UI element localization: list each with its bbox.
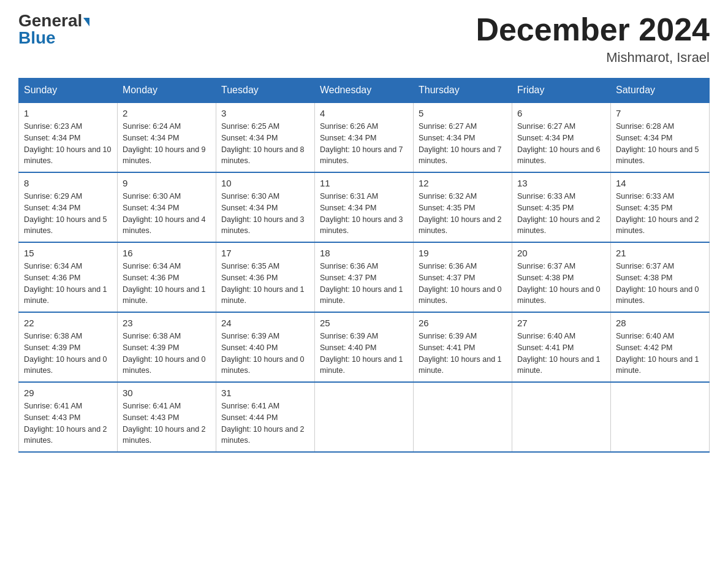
calendar-day-cell: 22Sunrise: 6:38 AMSunset: 4:39 PMDayligh… bbox=[19, 312, 118, 382]
day-info: Sunrise: 6:34 AMSunset: 4:36 PMDaylight:… bbox=[123, 261, 211, 307]
day-info: Sunrise: 6:39 AMSunset: 4:40 PMDaylight:… bbox=[320, 331, 408, 377]
calendar-day-cell: 17Sunrise: 6:35 AMSunset: 4:36 PMDayligh… bbox=[216, 242, 315, 312]
day-info: Sunrise: 6:36 AMSunset: 4:37 PMDaylight:… bbox=[419, 261, 507, 307]
day-number: 30 bbox=[123, 388, 211, 398]
logo-line2: Blue bbox=[18, 29, 56, 47]
calendar-week-row-5: 29Sunrise: 6:41 AMSunset: 4:43 PMDayligh… bbox=[19, 382, 710, 452]
day-info: Sunrise: 6:37 AMSunset: 4:38 PMDaylight:… bbox=[616, 261, 704, 307]
logo-line1: General bbox=[18, 12, 89, 29]
day-number: 6 bbox=[517, 108, 605, 118]
calendar-day-cell: 11Sunrise: 6:31 AMSunset: 4:34 PMDayligh… bbox=[315, 172, 414, 242]
day-number: 25 bbox=[320, 318, 408, 328]
day-info: Sunrise: 6:27 AMSunset: 4:34 PMDaylight:… bbox=[419, 121, 507, 167]
day-info: Sunrise: 6:41 AMSunset: 4:43 PMDaylight:… bbox=[24, 400, 112, 446]
title-area: December 2024 Mishmarot, Israel bbox=[476, 12, 710, 66]
day-number: 17 bbox=[221, 248, 309, 258]
calendar-week-row-1: 1Sunrise: 6:23 AMSunset: 4:34 PMDaylight… bbox=[19, 102, 710, 172]
logo: General Blue bbox=[18, 12, 89, 47]
day-number: 16 bbox=[123, 248, 211, 258]
day-number: 19 bbox=[419, 248, 507, 258]
calendar-day-cell: 13Sunrise: 6:33 AMSunset: 4:35 PMDayligh… bbox=[512, 172, 611, 242]
day-number: 21 bbox=[616, 248, 704, 258]
calendar-day-cell: 12Sunrise: 6:32 AMSunset: 4:35 PMDayligh… bbox=[414, 172, 512, 242]
calendar-day-cell: 16Sunrise: 6:34 AMSunset: 4:36 PMDayligh… bbox=[118, 242, 216, 312]
col-thursday: Thursday bbox=[414, 79, 512, 103]
page-header: General Blue December 2024 Mishmarot, Is… bbox=[18, 12, 710, 66]
day-number: 15 bbox=[24, 248, 112, 258]
calendar-day-cell bbox=[512, 382, 611, 452]
day-info: Sunrise: 6:39 AMSunset: 4:40 PMDaylight:… bbox=[221, 331, 309, 377]
calendar-table: Sunday Monday Tuesday Wednesday Thursday… bbox=[18, 78, 710, 453]
day-number: 13 bbox=[517, 178, 605, 188]
calendar-day-cell: 27Sunrise: 6:40 AMSunset: 4:41 PMDayligh… bbox=[512, 312, 611, 382]
day-info: Sunrise: 6:26 AMSunset: 4:34 PMDaylight:… bbox=[320, 121, 408, 167]
calendar-day-cell: 15Sunrise: 6:34 AMSunset: 4:36 PMDayligh… bbox=[19, 242, 118, 312]
day-number: 9 bbox=[123, 178, 211, 188]
calendar-day-cell: 24Sunrise: 6:39 AMSunset: 4:40 PMDayligh… bbox=[216, 312, 315, 382]
calendar-week-row-4: 22Sunrise: 6:38 AMSunset: 4:39 PMDayligh… bbox=[19, 312, 710, 382]
day-number: 20 bbox=[517, 248, 605, 258]
calendar-day-cell: 25Sunrise: 6:39 AMSunset: 4:40 PMDayligh… bbox=[315, 312, 414, 382]
day-info: Sunrise: 6:30 AMSunset: 4:34 PMDaylight:… bbox=[221, 191, 309, 237]
day-number: 14 bbox=[616, 178, 704, 188]
calendar-day-cell: 26Sunrise: 6:39 AMSunset: 4:41 PMDayligh… bbox=[414, 312, 512, 382]
day-info: Sunrise: 6:27 AMSunset: 4:34 PMDaylight:… bbox=[517, 121, 605, 167]
calendar-day-cell: 3Sunrise: 6:25 AMSunset: 4:34 PMDaylight… bbox=[216, 102, 315, 172]
calendar-week-row-3: 15Sunrise: 6:34 AMSunset: 4:36 PMDayligh… bbox=[19, 242, 710, 312]
col-tuesday: Tuesday bbox=[216, 79, 315, 103]
day-info: Sunrise: 6:38 AMSunset: 4:39 PMDaylight:… bbox=[123, 331, 211, 377]
day-info: Sunrise: 6:33 AMSunset: 4:35 PMDaylight:… bbox=[616, 191, 704, 237]
day-info: Sunrise: 6:38 AMSunset: 4:39 PMDaylight:… bbox=[24, 331, 112, 377]
calendar-day-cell: 18Sunrise: 6:36 AMSunset: 4:37 PMDayligh… bbox=[315, 242, 414, 312]
logo-triangle-icon bbox=[83, 18, 89, 26]
day-number: 22 bbox=[24, 318, 112, 328]
day-number: 26 bbox=[419, 318, 507, 328]
month-title: December 2024 bbox=[476, 12, 710, 47]
day-number: 1 bbox=[24, 108, 112, 118]
calendar-day-cell: 20Sunrise: 6:37 AMSunset: 4:38 PMDayligh… bbox=[512, 242, 611, 312]
day-info: Sunrise: 6:32 AMSunset: 4:35 PMDaylight:… bbox=[419, 191, 507, 237]
col-saturday: Saturday bbox=[611, 79, 710, 103]
day-number: 28 bbox=[616, 318, 704, 328]
day-number: 12 bbox=[419, 178, 507, 188]
calendar-day-cell: 8Sunrise: 6:29 AMSunset: 4:34 PMDaylight… bbox=[19, 172, 118, 242]
day-info: Sunrise: 6:29 AMSunset: 4:34 PMDaylight:… bbox=[24, 191, 112, 237]
day-info: Sunrise: 6:33 AMSunset: 4:35 PMDaylight:… bbox=[517, 191, 605, 237]
col-friday: Friday bbox=[512, 79, 611, 103]
day-number: 27 bbox=[517, 318, 605, 328]
day-number: 18 bbox=[320, 248, 408, 258]
calendar-header-row: Sunday Monday Tuesday Wednesday Thursday… bbox=[19, 79, 710, 103]
day-info: Sunrise: 6:23 AMSunset: 4:34 PMDaylight:… bbox=[24, 121, 112, 167]
day-number: 29 bbox=[24, 388, 112, 398]
col-sunday: Sunday bbox=[19, 79, 118, 103]
calendar-day-cell: 14Sunrise: 6:33 AMSunset: 4:35 PMDayligh… bbox=[611, 172, 710, 242]
day-number: 11 bbox=[320, 178, 408, 188]
calendar-day-cell: 23Sunrise: 6:38 AMSunset: 4:39 PMDayligh… bbox=[118, 312, 216, 382]
calendar-day-cell: 30Sunrise: 6:41 AMSunset: 4:43 PMDayligh… bbox=[118, 382, 216, 452]
day-info: Sunrise: 6:31 AMSunset: 4:34 PMDaylight:… bbox=[320, 191, 408, 237]
day-info: Sunrise: 6:28 AMSunset: 4:34 PMDaylight:… bbox=[616, 121, 704, 167]
day-info: Sunrise: 6:35 AMSunset: 4:36 PMDaylight:… bbox=[221, 261, 309, 307]
calendar-day-cell: 19Sunrise: 6:36 AMSunset: 4:37 PMDayligh… bbox=[414, 242, 512, 312]
day-info: Sunrise: 6:36 AMSunset: 4:37 PMDaylight:… bbox=[320, 261, 408, 307]
day-info: Sunrise: 6:40 AMSunset: 4:41 PMDaylight:… bbox=[517, 331, 605, 377]
day-number: 8 bbox=[24, 178, 112, 188]
day-number: 31 bbox=[221, 388, 309, 398]
calendar-day-cell: 9Sunrise: 6:30 AMSunset: 4:34 PMDaylight… bbox=[118, 172, 216, 242]
day-number: 23 bbox=[123, 318, 211, 328]
day-number: 3 bbox=[221, 108, 309, 118]
day-info: Sunrise: 6:41 AMSunset: 4:44 PMDaylight:… bbox=[221, 400, 309, 446]
day-info: Sunrise: 6:37 AMSunset: 4:38 PMDaylight:… bbox=[517, 261, 605, 307]
day-number: 4 bbox=[320, 108, 408, 118]
day-number: 10 bbox=[221, 178, 309, 188]
day-number: 24 bbox=[221, 318, 309, 328]
day-info: Sunrise: 6:30 AMSunset: 4:34 PMDaylight:… bbox=[123, 191, 211, 237]
day-info: Sunrise: 6:41 AMSunset: 4:43 PMDaylight:… bbox=[123, 400, 211, 446]
calendar-day-cell: 1Sunrise: 6:23 AMSunset: 4:34 PMDaylight… bbox=[19, 102, 118, 172]
calendar-day-cell: 21Sunrise: 6:37 AMSunset: 4:38 PMDayligh… bbox=[611, 242, 710, 312]
day-info: Sunrise: 6:39 AMSunset: 4:41 PMDaylight:… bbox=[419, 331, 507, 377]
calendar-day-cell bbox=[315, 382, 414, 452]
day-number: 5 bbox=[419, 108, 507, 118]
day-number: 2 bbox=[123, 108, 211, 118]
calendar-day-cell bbox=[414, 382, 512, 452]
